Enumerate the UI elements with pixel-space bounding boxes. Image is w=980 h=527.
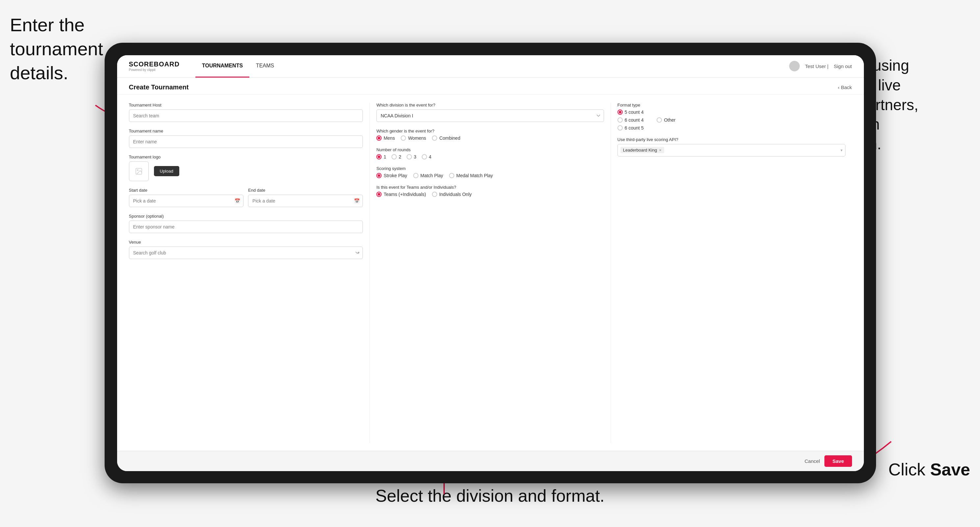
name-input[interactable]: [129, 135, 363, 148]
sponsor-input[interactable]: [129, 221, 363, 233]
name-group: Tournament name: [129, 129, 363, 148]
date-row: Start date 📅 End date 📅: [129, 188, 363, 207]
gender-mens-radio[interactable]: [376, 135, 382, 141]
scoring-match-radio[interactable]: [413, 173, 418, 178]
scoring-label: Scoring system: [376, 166, 604, 171]
teams-option[interactable]: Teams (+Individuals): [376, 192, 426, 197]
live-scoring-label: Use third-party live scoring API?: [617, 137, 845, 142]
end-date-group: End date 📅: [248, 188, 363, 207]
end-date-input[interactable]: [248, 195, 363, 207]
form-footer: Cancel Save: [117, 451, 864, 471]
gender-combined-radio[interactable]: [432, 135, 437, 141]
format-5count4-radio[interactable]: [617, 110, 623, 115]
scoring-stroke[interactable]: Stroke Play: [376, 173, 407, 178]
format-6count4[interactable]: 6 count 4: [617, 117, 644, 123]
scoring-medal-radio[interactable]: [449, 173, 454, 178]
format-6count5[interactable]: 6 count 5: [617, 125, 644, 130]
scoring-group: Scoring system Stroke Play Match Play: [376, 166, 604, 178]
annotation-bottom-center: Select the division and format.: [375, 485, 605, 507]
scoring-medal-label: Medal Match Play: [456, 173, 493, 178]
division-label: Which division is the event for?: [376, 103, 604, 108]
division-wrap: NCAA Division I: [376, 110, 604, 122]
upload-button[interactable]: Upload: [154, 166, 179, 176]
live-scoring-chevron-icon[interactable]: ▾: [840, 148, 843, 152]
round-1[interactable]: 1: [376, 154, 386, 159]
live-scoring-tag-remove[interactable]: ×: [659, 148, 662, 152]
brand-sub: Powered by clippit: [129, 68, 180, 71]
gender-womens[interactable]: Womens: [401, 135, 426, 141]
format-6count4-radio[interactable]: [617, 117, 623, 123]
teams-label: Is this event for Teams and/or Individua…: [376, 185, 604, 190]
format-counts: 5 count 4 6 count 4 6 count 5: [617, 110, 644, 130]
nav-item-teams[interactable]: TEAMS: [249, 55, 281, 78]
individuals-option[interactable]: Individuals Only: [432, 192, 472, 197]
brand-title: SCOREBOARD: [129, 60, 180, 68]
gender-combined-label: Combined: [439, 135, 460, 141]
round-1-radio[interactable]: [376, 154, 382, 159]
tablet-screen: SCOREBOARD Powered by clippit TOURNAMENT…: [117, 55, 864, 471]
user-label: Test User |: [805, 63, 828, 69]
start-date-input[interactable]: [129, 195, 244, 207]
rounds-group: Number of rounds 1 2: [376, 147, 604, 159]
venue-label: Venue: [129, 240, 363, 244]
end-calendar-icon: 📅: [354, 198, 360, 203]
user-avatar: [789, 61, 800, 71]
scoring-match-label: Match Play: [420, 173, 443, 178]
host-group: Tournament Host: [129, 103, 363, 122]
venue-input[interactable]: [129, 246, 363, 259]
format-type-group: Format type 5 count 4: [617, 103, 845, 130]
gender-womens-label: Womens: [408, 135, 426, 141]
gender-womens-radio[interactable]: [401, 135, 406, 141]
cancel-button[interactable]: Cancel: [805, 458, 820, 464]
gender-group: Which gender is the event for? Mens Wome…: [376, 129, 604, 141]
scoring-stroke-radio[interactable]: [376, 173, 382, 178]
individuals-option-label: Individuals Only: [439, 192, 472, 197]
round-4[interactable]: 4: [422, 154, 432, 159]
save-button[interactable]: Save: [824, 456, 852, 467]
round-3[interactable]: 3: [407, 154, 417, 159]
name-label: Tournament name: [129, 129, 363, 133]
start-date-group: Start date 📅: [129, 188, 244, 207]
division-select[interactable]: NCAA Division I: [376, 110, 604, 122]
live-scoring-tag-value: Leaderboard King: [623, 148, 657, 152]
format-6count5-radio[interactable]: [617, 125, 623, 130]
round-2[interactable]: 2: [391, 154, 401, 159]
gender-mens[interactable]: Mens: [376, 135, 395, 141]
logo-placeholder: [129, 162, 149, 181]
teams-option-label: Teams (+Individuals): [383, 192, 426, 197]
sign-out-link[interactable]: Sign out: [834, 63, 852, 69]
svg-point-6: [137, 170, 138, 171]
annotation-bottom-right: Click Save: [888, 459, 970, 481]
end-date-wrap: 📅: [248, 195, 363, 207]
round-4-radio[interactable]: [422, 154, 427, 159]
live-scoring-input-wrap[interactable]: Leaderboard King × ▾: [617, 144, 845, 157]
scoring-match[interactable]: Match Play: [413, 173, 443, 178]
dates-group: Start date 📅 End date 📅: [129, 188, 363, 207]
back-button[interactable]: ‹ Back: [838, 84, 852, 90]
format-6count4-label: 6 count 4: [625, 117, 644, 123]
round-1-label: 1: [383, 154, 386, 159]
host-label: Tournament Host: [129, 103, 363, 108]
gender-mens-label: Mens: [383, 135, 395, 141]
navbar: SCOREBOARD Powered by clippit TOURNAMENT…: [117, 55, 864, 78]
nav-item-tournaments[interactable]: TOURNAMENTS: [196, 55, 249, 78]
navbar-right: Test User | Sign out: [789, 61, 852, 71]
round-3-label: 3: [414, 154, 417, 159]
round-3-radio[interactable]: [407, 154, 412, 159]
gender-combined[interactable]: Combined: [432, 135, 460, 141]
form-col-2: Which division is the event for? NCAA Di…: [370, 103, 611, 443]
venue-chevron-icon: ▾: [358, 251, 360, 255]
teams-radio[interactable]: [376, 192, 382, 197]
logo-group: Tournament logo Upload: [129, 154, 363, 181]
start-date-label: Start date: [129, 188, 244, 193]
scoring-medal[interactable]: Medal Match Play: [449, 173, 493, 178]
round-2-radio[interactable]: [391, 154, 397, 159]
format-other[interactable]: Other: [657, 117, 675, 123]
scoring-stroke-label: Stroke Play: [383, 173, 407, 178]
individuals-radio[interactable]: [432, 192, 437, 197]
format-5count4[interactable]: 5 count 4: [617, 110, 644, 115]
host-input[interactable]: [129, 110, 363, 122]
content-area: Create Tournament ‹ Back Tournament Host…: [117, 78, 864, 471]
format-other-radio[interactable]: [657, 117, 662, 123]
format-6count5-label: 6 count 5: [625, 125, 644, 130]
